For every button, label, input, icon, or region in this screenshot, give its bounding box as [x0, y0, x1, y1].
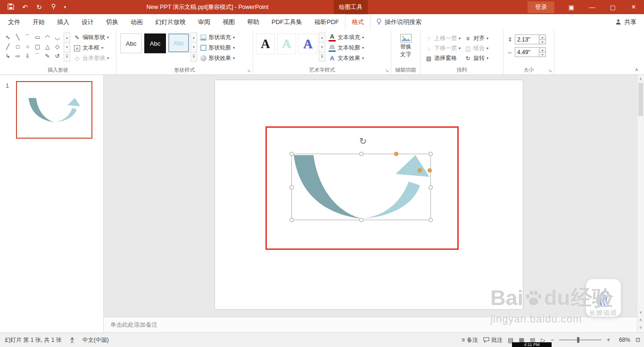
text-effects-button[interactable]: A 文本效果 ▾ — [327, 53, 366, 63]
tab-animations[interactable]: 动画 — [124, 14, 149, 30]
tab-view[interactable]: 视图 — [216, 14, 241, 30]
shape-fill-button[interactable]: 形状填充 ▾ — [198, 33, 237, 42]
signin-button[interactable]: 登录 — [528, 1, 554, 13]
width-increase-button[interactable]: ▴ — [539, 48, 545, 52]
height-decrease-button[interactable]: ▾ — [539, 39, 545, 44]
shape-tool[interactable]: ◡ — [52, 33, 62, 42]
selection-handle-top-right[interactable] — [429, 152, 433, 156]
tab-design[interactable]: 设计 — [75, 14, 100, 30]
zoom-slider[interactable] — [559, 336, 602, 344]
merge-shapes-button[interactable]: ◇ 合并形状 ▾ — [72, 53, 111, 63]
shape-tool[interactable]: □ — [13, 42, 23, 51]
slide-thumbnail[interactable] — [16, 81, 92, 139]
group-button[interactable]: ◫ 组合 ▾ — [462, 43, 490, 53]
selection-handle-bottom-right[interactable] — [429, 218, 433, 222]
share-button[interactable]: 共享 — [615, 18, 636, 26]
curved-arrow-shape[interactable] — [292, 154, 430, 220]
alt-text-button[interactable]: 替换 文字 — [392, 33, 420, 58]
voice-input-button[interactable] — [586, 279, 621, 317]
scroll-down-button[interactable]: ∨ — [637, 309, 644, 315]
tab-review[interactable]: 审阅 — [192, 14, 216, 30]
collapse-ribbon-button[interactable]: ∧ — [632, 66, 641, 73]
restore-button[interactable]: ▢ — [603, 0, 623, 14]
comments-toggle-button[interactable]: 批注 — [483, 336, 503, 344]
tab-home[interactable]: 开始 — [26, 14, 51, 30]
selection-handle-top-left[interactable] — [289, 152, 294, 156]
shape-tool[interactable]: ▢ — [33, 42, 42, 51]
shape-selection-box[interactable]: ↻ — [291, 154, 431, 220]
shape-tool[interactable]: ↺ — [52, 51, 62, 61]
slide-counter[interactable]: 幻灯片 第 1 张, 共 1 张 — [5, 336, 62, 344]
gallery-down-button[interactable]: ▾ — [64, 42, 70, 52]
adjustment-handle-1[interactable] — [394, 152, 398, 156]
shape-style-preset-2[interactable]: Abc — [144, 33, 166, 53]
scrollbar-thumb[interactable] — [638, 83, 643, 116]
text-box-button[interactable]: A 文本框 ▾ — [72, 43, 111, 53]
fit-to-window-button[interactable]: ⊡ — [636, 337, 640, 343]
send-backward-button[interactable]: ↓ 下移一层 ▾ — [423, 43, 462, 53]
close-button[interactable]: × — [623, 0, 644, 14]
zoom-percentage[interactable]: 68% — [615, 337, 630, 343]
text-outline-button[interactable]: A 文本轮廓 ▾ — [327, 43, 366, 53]
zoom-in-button[interactable]: + — [607, 337, 610, 343]
tab-insert[interactable]: 插入 — [51, 14, 75, 30]
shape-styles-dialog-launcher[interactable]: ⇘ — [246, 68, 252, 74]
shape-tool[interactable]: ╱ — [3, 42, 13, 51]
tell-me-search[interactable]: 操作说明搜索 — [376, 18, 421, 26]
shape-tool[interactable]: ◠ — [42, 33, 52, 42]
shape-outline-button[interactable]: 形状轮廓 ▾ — [198, 43, 237, 53]
gallery-down-button[interactable]: ▾ — [191, 42, 197, 52]
zoom-thumb[interactable] — [577, 337, 579, 343]
tab-transitions[interactable]: 切换 — [100, 14, 124, 30]
size-dialog-launcher[interactable]: ⇘ — [547, 68, 553, 74]
shape-tool[interactable]: ○ — [23, 42, 33, 51]
accessibility-status-icon[interactable] — [69, 337, 75, 343]
shape-width-input[interactable]: 4.49" ▴ ▾ — [515, 47, 546, 57]
tab-foxit-pdf[interactable]: 福昕PDF — [308, 14, 345, 30]
minimize-button[interactable]: — — [582, 0, 603, 14]
wordart-preset-2[interactable]: A — [277, 33, 296, 54]
tab-slideshow[interactable]: 幻灯片放映 — [149, 14, 192, 30]
shape-height-input[interactable]: 2.13" ▴ ▾ — [515, 34, 546, 44]
next-slide-button[interactable]: ∨ — [637, 324, 644, 330]
shape-style-preset-1[interactable]: Abc — [120, 33, 142, 53]
wordart-dialog-launcher[interactable]: ⇘ — [384, 68, 390, 74]
shape-tool[interactable]: ⇩ — [23, 51, 33, 61]
previous-slide-button[interactable]: ∧ — [637, 316, 644, 323]
edit-shape-button[interactable]: ✎ 编辑形状 ▾ — [72, 33, 111, 42]
shape-tool[interactable]: ◇ — [52, 42, 62, 51]
tab-pdf-tools[interactable]: PDF工具集 — [265, 14, 308, 30]
gallery-more-button[interactable]: ▾ — [319, 52, 325, 61]
shape-tool[interactable]: ⇨ — [13, 51, 23, 61]
shape-tool[interactable]: ⌒ — [23, 33, 33, 42]
wordart-preset-1[interactable]: A — [256, 33, 275, 54]
notes-pane[interactable]: 单击此处添加备注 — [104, 317, 644, 332]
tab-help[interactable]: 帮助 — [241, 14, 265, 30]
shape-style-preset-3-selected[interactable]: Abc — [168, 33, 189, 52]
text-fill-button[interactable]: A 文本填充 ▾ — [327, 33, 366, 42]
selection-handle-bottom-left[interactable] — [289, 218, 294, 222]
shape-tool[interactable]: ✎ — [42, 51, 52, 61]
scroll-up-button[interactable]: ∧ — [637, 75, 644, 82]
selection-handle-top-middle[interactable] — [359, 152, 363, 156]
customize-qat-button[interactable]: ▾ — [61, 0, 69, 14]
width-decrease-button[interactable]: ▾ — [539, 52, 545, 57]
selection-handle-middle-left[interactable] — [289, 185, 294, 190]
shape-tool[interactable]: ╲ — [13, 33, 23, 42]
selection-handle-middle-right[interactable] — [429, 185, 433, 190]
shape-tool[interactable]: ▭ — [33, 33, 42, 42]
adjustment-handle-3[interactable] — [428, 168, 432, 173]
shape-tool[interactable]: ⌒ — [33, 51, 42, 61]
gallery-down-button[interactable]: ▾ — [319, 42, 325, 52]
selection-pane-button[interactable]: ▤ 选择窗格 — [423, 53, 462, 63]
gallery-up-button[interactable]: ▴ — [319, 33, 325, 42]
selection-handle-bottom-middle[interactable] — [359, 218, 363, 222]
touch-mode-button[interactable] — [47, 0, 59, 14]
shape-tool[interactable]: △ — [42, 42, 52, 51]
vertical-scrollbar[interactable]: ∧ ∨ ∧ ∨ — [637, 74, 644, 332]
gallery-more-button[interactable]: ▾ — [64, 52, 70, 61]
shape-effects-button[interactable]: 形状效果 ▾ — [198, 53, 237, 63]
adjustment-handle-2[interactable] — [418, 168, 422, 173]
align-button[interactable]: ≡ 对齐 ▾ — [462, 33, 490, 43]
gallery-up-button[interactable]: ▴ — [64, 33, 70, 42]
